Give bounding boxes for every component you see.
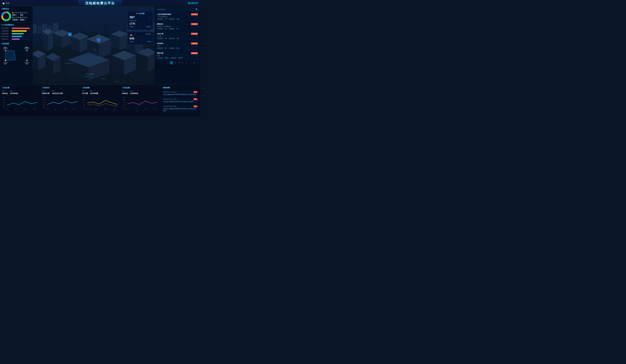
svg-text:10个: 10个 (4, 47, 7, 48)
svg-text:联商超市小洛: 联商超市小洛 (65, 63, 73, 64)
legend-charging-label: 充电回路 (14, 12, 20, 14)
svg-text:1,000: 1,000 (82, 107, 85, 108)
page-ellipsis: ... (189, 61, 192, 64)
chart-4-svg: 6,000 5,000 4,000 3,000 2,000 08-15 08-1… (122, 96, 158, 110)
svg-text:🚗: 🚗 (97, 39, 100, 41)
loop-status-title: 回路状态 (1, 8, 32, 10)
page-5-btn[interactable]: 5 (185, 61, 188, 64)
status-badge-0: 在线运营 (191, 13, 198, 15)
page-1-btn[interactable]: 1 (170, 61, 173, 64)
svg-text:08-15: 08-15 (6, 109, 8, 110)
status-badge-1: 在线运营 (191, 23, 198, 25)
point-count-value: 387 (129, 15, 135, 19)
svg-text:08-21: 08-21 (113, 109, 116, 110)
station-item-3[interactable]: 匡安防站 在线运营 上滨 充电桩数: 5个 回路数量: 50个 (156, 41, 199, 50)
station-item-4[interactable]: 繁荣华庭 在线运营 北洲 充电桩数: 153个 回路数量: 1530个 (156, 51, 199, 60)
svg-rect-67 (116, 39, 116, 39)
search-icon[interactable]: 🔍 (196, 8, 198, 10)
car-pile-card: 🚗 车充桩楼 646 使用率 0.8% (127, 32, 153, 45)
page-last-btn[interactable]: 78 (192, 61, 196, 64)
svg-rect-54 (45, 37, 46, 38)
car-pile-label: 车充桩楼 (145, 33, 151, 36)
usage-label: 使用率 (129, 26, 134, 28)
svg-text:5个: 5个 (4, 63, 7, 65)
svg-point-96 (26, 60, 28, 61)
search-input[interactable] (157, 9, 195, 10)
svg-text:2,000: 2,000 (2, 104, 5, 106)
svg-point-95 (5, 60, 6, 61)
svg-rect-58 (57, 37, 57, 37)
prev-page-btn[interactable]: < (166, 61, 169, 64)
scenario-svg: 学校园区 10个 社区园区 361个 厂区园区 5个 商场园区 6个 (1, 46, 31, 65)
news-badge-0: 处理 (194, 91, 197, 93)
usage-value: 0.94% (147, 26, 151, 28)
page-3-btn[interactable]: 3 (177, 61, 181, 64)
svg-text:1,000: 1,000 (2, 107, 5, 108)
chart-3-svg: 5,000 4,000 3,000 2,000 1,000 08-15 08-1… (82, 96, 118, 110)
svg-text:9,000: 9,000 (42, 104, 45, 106)
svg-text:普商超市小插: 普商超市小插 (85, 76, 92, 77)
svg-rect-59 (55, 38, 56, 39)
svg-text:08-21: 08-21 (33, 109, 36, 110)
svg-text:5,000: 5,000 (2, 97, 5, 98)
svg-rect-49 (44, 33, 44, 33)
svg-rect-51 (44, 35, 44, 35)
scenario-chart: 学校园区 10个 社区园区 361个 厂区园区 5个 商场园区 6个 (1, 46, 27, 65)
ev-count-value: 1776 (129, 22, 135, 25)
rank-item-3: 黄河口内部... (1, 35, 32, 37)
ev-count-label: 电管车充延 (129, 20, 137, 22)
page-2-btn[interactable]: 2 (174, 61, 177, 64)
svg-rect-6 (33, 24, 37, 33)
svg-text:5,000: 5,000 (123, 99, 125, 100)
status-badge-4: 在线运营 (191, 52, 198, 54)
legend-offline-label: 离线回路 (22, 17, 27, 19)
svg-rect-7 (37, 26, 41, 33)
station-item-2[interactable]: 金利大厦 在线运营 金大厦 充电桩数: 1个 回路数量: 10个 (156, 32, 199, 41)
svg-text:18,000: 18,000 (42, 97, 46, 98)
rank-item-2: 河南信息安... (1, 33, 32, 35)
svg-rect-56 (57, 35, 57, 36)
map-area[interactable]: ⚡ 🚗 乐想 联商超市小洛 普底区域 中国人书报社 普商超市小插 30 回路 ⚡… (33, 6, 155, 85)
legend-charging-value: 603 (12, 14, 15, 16)
station-icon: ⚡ (136, 13, 138, 14)
svg-text:普底区域: 普底区域 (101, 78, 106, 79)
station-item-1[interactable]: 樱桃校区 在线运营 南南理工大学樱桃校区 充电桩数: 0个 回路数量: 0个 (156, 22, 199, 31)
svg-text:08-21: 08-21 (153, 109, 156, 110)
car-icon: 🚗 (129, 33, 133, 36)
home-label: 首页 (5, 2, 10, 4)
svg-text:6,000: 6,000 (123, 97, 125, 98)
page-4-btn[interactable]: 4 (181, 61, 184, 64)
search-bar[interactable]: 🔍 (156, 8, 199, 11)
chart-charging-kwh: 充电度数 今日: 1417度 累计: 367960度 5,000 4,000 3… (80, 85, 120, 116)
legend-fault-label: 故障回路 (22, 12, 27, 14)
svg-text:中国人书报社: 中国人书报社 (86, 73, 94, 75)
legend-fault-value: 100 (20, 14, 23, 16)
right-panel: 🔍 江苏充电网研究测试 在线运营 江苏充电网络9号 充电桩数: 6个 回路数量:… (155, 6, 200, 85)
svg-marker-21 (48, 32, 53, 51)
svg-text:6个: 6个 (26, 63, 28, 65)
home-link[interactable]: 🏠 首页 (2, 2, 10, 4)
svg-text:08-19: 08-19 (64, 109, 67, 110)
chart-2-svg: 18,000 15,000 12,000 9,000 6,000 08-15 0… (42, 96, 78, 110)
svg-rect-64 (115, 36, 115, 36)
time-display: 16:23:07 (188, 2, 198, 5)
news-badge-1: 未处 (194, 98, 197, 100)
donut-chart (1, 11, 11, 21)
svg-text:08-15: 08-15 (86, 109, 88, 110)
svg-text:08-15: 08-15 (46, 109, 48, 110)
svg-text:08-21: 08-21 (73, 109, 76, 110)
station-item-0[interactable]: 江苏充电网研究测试 在线运营 江苏充电网络9号 充电桩数: 6个 回路数量: 5… (156, 12, 199, 21)
svg-rect-55 (55, 35, 56, 35)
svg-text:08-15: 08-15 (126, 109, 129, 110)
news-item-2: 2022-08-22 16:12:08 未处 北京第二保驾站在202000107… (162, 104, 198, 113)
donut-chart-area: 充电回路 603个 故障回路 100 空闲回路 12025个 离线回路 4999… (1, 11, 32, 21)
svg-rect-66 (115, 38, 115, 38)
chart-1-title: 充电次数 (2, 87, 38, 89)
svg-text:3,000: 3,000 (82, 102, 85, 103)
legend-idle-value: 12025 (12, 19, 17, 21)
page-title: 充电桩收费云平台 (85, 1, 115, 5)
chart-charging-duration: 充电时长 今日: 3988小时 累计: 1625230小时 18,000 15,… (40, 85, 80, 116)
next-page-btn[interactable]: > (196, 61, 199, 64)
chart-charging-amount: 充电金额 今日: 1868元 累计: 543889元 6,000 5,000 4… (120, 85, 160, 116)
news-item-1: 2022-08-22 16:12:08 未处 北京第二保驾站在202000107… (162, 97, 198, 103)
